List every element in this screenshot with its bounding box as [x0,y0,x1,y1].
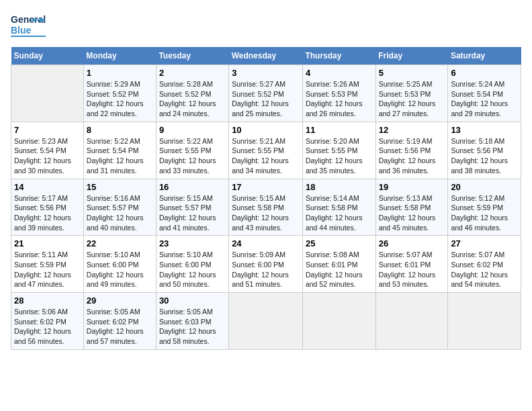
day-info: Sunrise: 5:19 AM Sunset: 5:56 PM Dayligh… [379,136,445,176]
svg-rect-5 [11,36,46,37]
day-cell: 6Sunrise: 5:24 AM Sunset: 5:54 PM Daylig… [448,65,521,122]
day-cell: 15Sunrise: 5:16 AM Sunset: 5:57 PM Dayli… [83,179,156,236]
day-info: Sunrise: 5:08 AM Sunset: 6:01 PM Dayligh… [306,250,373,289]
header-saturday: Saturday [448,47,521,65]
week-row-4: 21Sunrise: 5:11 AM Sunset: 5:59 PM Dayli… [11,236,521,293]
day-number: 3 [232,68,300,78]
header-monday: Monday [83,47,156,65]
header-thursday: Thursday [302,47,375,65]
day-cell: 5Sunrise: 5:25 AM Sunset: 5:53 PM Daylig… [375,65,448,122]
calendar-table: SundayMondayTuesdayWednesdayThursdayFrid… [11,47,521,350]
day-cell: 26Sunrise: 5:07 AM Sunset: 6:01 PM Dayli… [375,236,448,293]
day-info: Sunrise: 5:29 AM Sunset: 5:52 PM Dayligh… [87,79,153,119]
day-number: 25 [306,238,373,248]
day-info: Sunrise: 5:21 AM Sunset: 5:55 PM Dayligh… [232,136,300,176]
day-number: 12 [379,125,445,135]
day-info: Sunrise: 5:20 AM Sunset: 5:55 PM Dayligh… [306,136,373,176]
day-cell: 12Sunrise: 5:19 AM Sunset: 5:56 PM Dayli… [375,122,448,179]
page-header: General Blue [11,11,521,40]
day-cell [448,293,521,350]
day-info: Sunrise: 5:09 AM Sunset: 6:00 PM Dayligh… [232,250,300,289]
day-cell: 9Sunrise: 5:22 AM Sunset: 5:55 PM Daylig… [156,122,228,179]
day-info: Sunrise: 5:15 AM Sunset: 5:58 PM Dayligh… [232,193,300,233]
day-info: Sunrise: 5:05 AM Sunset: 6:03 PM Dayligh… [159,307,226,347]
day-info: Sunrise: 5:24 AM Sunset: 5:54 PM Dayligh… [451,79,518,119]
day-info: Sunrise: 5:15 AM Sunset: 5:57 PM Dayligh… [159,193,226,233]
day-number: 22 [87,238,153,248]
day-info: Sunrise: 5:23 AM Sunset: 5:54 PM Dayligh… [14,136,81,176]
day-info: Sunrise: 5:22 AM Sunset: 5:55 PM Dayligh… [159,136,226,176]
day-info: Sunrise: 5:10 AM Sunset: 6:00 PM Dayligh… [159,250,226,289]
day-cell: 1Sunrise: 5:29 AM Sunset: 5:52 PM Daylig… [83,65,156,122]
day-cell [229,293,303,350]
day-number: 21 [14,238,81,248]
day-info: Sunrise: 5:22 AM Sunset: 5:54 PM Dayligh… [87,136,153,176]
week-row-3: 14Sunrise: 5:17 AM Sunset: 5:56 PM Dayli… [11,179,521,236]
day-info: Sunrise: 5:16 AM Sunset: 5:57 PM Dayligh… [87,193,153,233]
day-info: Sunrise: 5:27 AM Sunset: 5:52 PM Dayligh… [232,79,300,119]
day-cell: 13Sunrise: 5:18 AM Sunset: 5:56 PM Dayli… [448,122,521,179]
day-number: 1 [87,68,153,78]
day-cell: 4Sunrise: 5:26 AM Sunset: 5:53 PM Daylig… [302,65,375,122]
day-cell: 18Sunrise: 5:14 AM Sunset: 5:58 PM Dayli… [302,179,375,236]
day-info: Sunrise: 5:26 AM Sunset: 5:53 PM Dayligh… [306,79,373,119]
day-info: Sunrise: 5:10 AM Sunset: 6:00 PM Dayligh… [87,250,153,289]
day-cell: 20Sunrise: 5:12 AM Sunset: 5:59 PM Dayli… [448,179,521,236]
day-cell: 27Sunrise: 5:07 AM Sunset: 6:02 PM Dayli… [448,236,521,293]
day-number: 8 [87,125,153,135]
day-info: Sunrise: 5:28 AM Sunset: 5:52 PM Dayligh… [159,79,226,119]
day-cell: 16Sunrise: 5:15 AM Sunset: 5:57 PM Dayli… [156,179,228,236]
day-cell: 19Sunrise: 5:13 AM Sunset: 5:58 PM Dayli… [375,179,448,236]
day-number: 14 [14,182,81,192]
day-info: Sunrise: 5:11 AM Sunset: 5:59 PM Dayligh… [14,250,81,289]
logo: General Blue [11,11,46,40]
day-number: 30 [159,295,226,306]
day-number: 20 [451,182,518,192]
day-number: 23 [159,238,226,248]
header-friday: Friday [375,47,448,65]
day-number: 13 [451,125,518,135]
day-cell: 3Sunrise: 5:27 AM Sunset: 5:52 PM Daylig… [229,65,303,122]
day-number: 5 [379,68,445,78]
day-info: Sunrise: 5:14 AM Sunset: 5:58 PM Dayligh… [306,193,373,233]
day-info: Sunrise: 5:17 AM Sunset: 5:56 PM Dayligh… [14,193,81,233]
header-sunday: Sunday [11,47,84,65]
day-number: 10 [232,125,300,135]
header-row: SundayMondayTuesdayWednesdayThursdayFrid… [11,47,521,65]
header-tuesday: Tuesday [156,47,228,65]
day-number: 17 [232,182,300,192]
day-number: 7 [14,125,81,135]
day-cell: 29Sunrise: 5:05 AM Sunset: 6:02 PM Dayli… [83,293,156,350]
day-cell: 11Sunrise: 5:20 AM Sunset: 5:55 PM Dayli… [302,122,375,179]
day-number: 18 [306,182,373,192]
day-cell: 23Sunrise: 5:10 AM Sunset: 6:00 PM Dayli… [156,236,228,293]
day-cell: 17Sunrise: 5:15 AM Sunset: 5:58 PM Dayli… [229,179,303,236]
week-row-2: 7Sunrise: 5:23 AM Sunset: 5:54 PM Daylig… [11,122,521,179]
day-cell: 10Sunrise: 5:21 AM Sunset: 5:55 PM Dayli… [229,122,303,179]
logo-icon: General Blue [11,11,46,40]
day-cell: 22Sunrise: 5:10 AM Sunset: 6:00 PM Dayli… [83,236,156,293]
day-cell [11,65,84,122]
logo-svg: General Blue [11,11,46,40]
day-cell: 24Sunrise: 5:09 AM Sunset: 6:00 PM Dayli… [229,236,303,293]
day-number: 19 [379,182,445,192]
day-cell: 7Sunrise: 5:23 AM Sunset: 5:54 PM Daylig… [11,122,84,179]
day-cell: 25Sunrise: 5:08 AM Sunset: 6:01 PM Dayli… [302,236,375,293]
day-cell [302,293,375,350]
day-number: 29 [87,295,153,306]
day-cell: 8Sunrise: 5:22 AM Sunset: 5:54 PM Daylig… [83,122,156,179]
day-number: 15 [87,182,153,192]
day-info: Sunrise: 5:07 AM Sunset: 6:02 PM Dayligh… [451,250,518,289]
day-cell: 2Sunrise: 5:28 AM Sunset: 5:52 PM Daylig… [156,65,228,122]
day-number: 27 [451,238,518,248]
day-info: Sunrise: 5:18 AM Sunset: 5:56 PM Dayligh… [451,136,518,176]
day-number: 16 [159,182,226,192]
svg-text:Blue: Blue [11,25,32,36]
day-number: 26 [379,238,445,248]
day-number: 2 [159,68,226,78]
day-cell: 14Sunrise: 5:17 AM Sunset: 5:56 PM Dayli… [11,179,84,236]
day-info: Sunrise: 5:25 AM Sunset: 5:53 PM Dayligh… [379,79,445,119]
day-info: Sunrise: 5:12 AM Sunset: 5:59 PM Dayligh… [451,193,518,233]
day-cell: 28Sunrise: 5:06 AM Sunset: 6:02 PM Dayli… [11,293,84,350]
header-wednesday: Wednesday [229,47,303,65]
